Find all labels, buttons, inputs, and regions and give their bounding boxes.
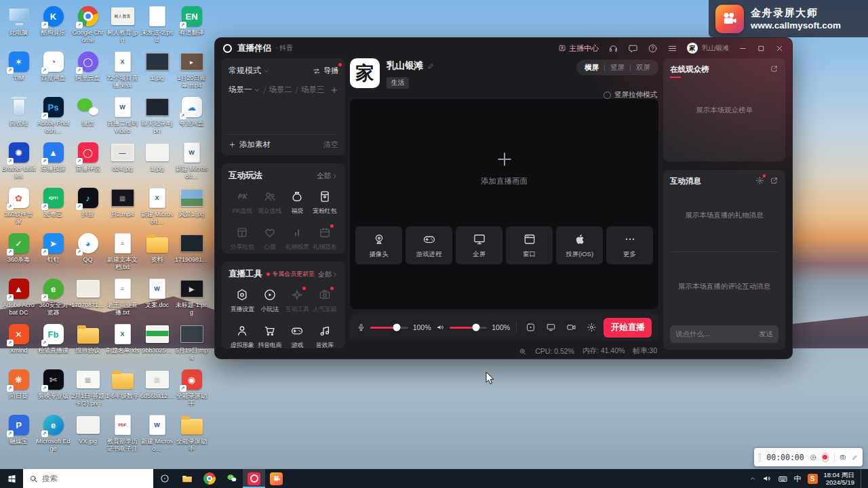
source-button-gamepad[interactable]: 游戏进程	[406, 226, 452, 264]
tools-all-link[interactable]: 全部	[318, 270, 338, 279]
stretch-mode-checkbox[interactable]: 竖屏拉伸模式	[604, 90, 657, 100]
desktop-icon[interactable]: X刷题名单.xls	[105, 321, 140, 366]
desktop-icon[interactable]: ▦月2.mp4	[105, 184, 140, 230]
audience-tab[interactable]: 在线观众榜	[670, 64, 709, 78]
director-button[interactable]: 导播	[313, 66, 338, 76]
taskbar-app-wechat[interactable]	[220, 469, 243, 488]
desktop-icon[interactable]: 全能录屏助手	[174, 411, 209, 457]
desktop-icon[interactable]: ▸1月20日账单.mp4	[174, 48, 209, 94]
desktop-icon[interactable]: 资料	[140, 230, 174, 275]
volume-icon[interactable]	[762, 474, 772, 483]
send-button[interactable]: 发送	[759, 329, 773, 339]
source-button-apple[interactable]: 投屏(iOS)	[556, 226, 603, 264]
interact-all-link[interactable]: 全部	[317, 171, 338, 181]
show-desktop-button[interactable]	[861, 469, 864, 488]
anchor-center-button[interactable]: 主播中心	[558, 43, 599, 54]
popout-icon[interactable]	[770, 64, 778, 73]
desktop-icon[interactable]: Ps↗Adobe Photosh…	[36, 94, 71, 139]
taskbar-app-explorer[interactable]	[176, 469, 198, 488]
help-icon[interactable]	[648, 43, 658, 54]
user-avatar[interactable]: 家	[687, 43, 698, 54]
feature-item[interactable]: 小玩法	[256, 288, 284, 314]
menu-icon[interactable]	[667, 43, 677, 54]
feature-item[interactable]: 分享红包	[229, 226, 256, 251]
desktop-icon[interactable]: W直播二维码Video	[105, 94, 140, 139]
taskbar-app-live-companion[interactable]	[243, 469, 265, 488]
source-button-monitor[interactable]: 全屏	[456, 226, 502, 264]
desktop-icon[interactable]: 报班协议	[71, 321, 105, 366]
feature-item[interactable]: 宠粉红包	[311, 190, 339, 216]
feature-item[interactable]: 互动工具	[283, 288, 311, 314]
desktop-icon[interactable]: iQIYI↗爱奇艺	[36, 184, 71, 230]
desktop-icon[interactable]: X新建 Microsoft…	[140, 184, 174, 230]
desktop-icon[interactable]: 风景1.jpg	[174, 184, 209, 230]
desktop-icon[interactable]: 1-6年级数学	[105, 366, 140, 411]
desktop-icon[interactable]: W文案.doc	[140, 275, 174, 321]
desktop-icon[interactable]: 微信	[71, 94, 105, 139]
close-button[interactable]	[775, 44, 784, 53]
add-material-button[interactable]: 添加素材	[239, 140, 271, 150]
camera-icon[interactable]	[566, 322, 576, 333]
desktop-icon[interactable]: 17070871…	[71, 275, 105, 321]
screen-mode-option[interactable]: 横屏	[579, 63, 604, 73]
desktop-icon[interactable]: ◉↗全能录屏助手	[174, 366, 209, 411]
mic-volume-slider[interactable]	[370, 327, 408, 329]
desktop-icon[interactable]: ≡老王商业直播.txt	[105, 275, 140, 321]
desktop-icon[interactable]: EN↗有道翻译	[174, 3, 209, 48]
taskbar-search[interactable]	[23, 469, 153, 488]
feature-item[interactable]: 礼物冠名	[311, 226, 339, 251]
desktop-icon[interactable]: ➤↗钉钉	[36, 230, 71, 275]
record-stop-button[interactable]	[822, 453, 829, 462]
desktop-icon[interactable]: e↗Microsoft Edge	[36, 411, 71, 457]
desktop-icon[interactable]: 1.jpg	[140, 48, 174, 94]
tray-expand-icon[interactable]	[749, 475, 756, 482]
speaker-icon[interactable]	[436, 323, 445, 332]
feature-item[interactable]: 抖音电商	[256, 324, 284, 350]
taskbar-app-recorder[interactable]	[265, 469, 288, 488]
maximize-button[interactable]	[757, 44, 766, 53]
desktop-icon[interactable]: X72个项目直播.xlsx	[105, 48, 140, 94]
desktop-icon[interactable]: ✶↗TIM	[1, 48, 36, 94]
ime-indicator[interactable]: 中	[794, 474, 802, 484]
clear-button[interactable]: 清空	[323, 140, 338, 150]
desktop-icon[interactable]: ◯↗阿里云盘	[71, 48, 105, 94]
desktop-icon[interactable]: 9bb3025…	[140, 321, 174, 366]
chat-input[interactable]: 说点什么... 发送	[670, 325, 778, 343]
taskbar-app-chrome[interactable]	[198, 469, 220, 488]
desktop-icon[interactable]: ▲↗乐播投屏	[36, 139, 71, 184]
message-settings-icon[interactable]	[755, 176, 764, 185]
desktop-icon[interactable]: ◔↗百度网盘	[36, 48, 71, 94]
zoom-icon[interactable]	[518, 347, 527, 356]
scene-tab[interactable]: 场景一	[229, 85, 260, 95]
source-button-window[interactable]: 窗口	[506, 226, 553, 264]
desktop-icon[interactable]: P↗融媒宝	[1, 411, 36, 457]
desktop-icon[interactable]: ❋↗向日葵	[1, 366, 36, 411]
effects-icon[interactable]	[526, 322, 536, 333]
desktop-icon[interactable]: 17190981…	[174, 230, 209, 275]
desktop-icon[interactable]: ▦6d56ba12…	[140, 366, 174, 411]
edit-title-icon[interactable]	[427, 62, 435, 70]
feature-item[interactable]: PKPK连线	[229, 190, 256, 216]
source-button-webcam[interactable]: 摄像头	[355, 226, 402, 264]
feature-item[interactable]: 游戏	[283, 324, 311, 350]
feature-item[interactable]: 虚拟形象	[229, 324, 256, 350]
desktop-icon[interactable]: ▶未标题-1.png	[174, 275, 209, 321]
desktop-icon[interactable]: —024.jpg	[105, 139, 140, 184]
mode-select[interactable]: 常规模式	[229, 65, 261, 77]
feature-item[interactable]: 观众连线	[256, 190, 284, 216]
desktop-icon[interactable]: PDF教育部学历证书电子注册…	[105, 411, 140, 457]
desktop-icon[interactable]: ☁↗夸克网盘	[174, 94, 209, 139]
desktop-icon[interactable]: ↗Google Chrome	[71, 3, 105, 48]
desktop-icon[interactable]: 此电脑	[1, 3, 36, 48]
desktop-icon[interactable]: 回收站	[1, 94, 36, 139]
scene-tab[interactable]: 场景三	[301, 85, 325, 95]
feature-item[interactable]: 直播设置	[229, 288, 256, 314]
desktop-icon[interactable]: e↗360安全浏览器	[36, 275, 71, 321]
desktop-icon[interactable]: ✕↗Xmind	[1, 321, 36, 366]
desktop-icon[interactable]: ♪↗抖音	[71, 184, 105, 230]
feature-item[interactable]: 心愿	[256, 226, 284, 251]
desktop-icon[interactable]: 5月19日.mp4	[174, 321, 209, 366]
desktop-icon[interactable]: VX.jpg	[71, 411, 105, 457]
feature-item[interactable]: 礼物投票	[283, 226, 311, 251]
screenshot-button[interactable]	[840, 452, 846, 462]
